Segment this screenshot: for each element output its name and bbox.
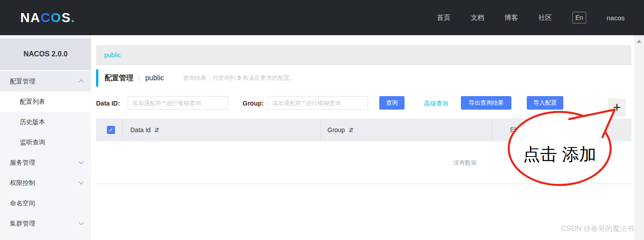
sidebar-item-listening-query[interactable]: 监听查询: [0, 132, 91, 152]
sidebar-version-title: NACOS 2.0.0: [0, 38, 91, 70]
sidebar-item-history-versions[interactable]: 历史版本: [0, 112, 91, 132]
column-divider: [122, 119, 123, 141]
empty-data-text: 没有数据: [453, 159, 477, 167]
vertical-scrollbar[interactable]: [634, 35, 644, 240]
column-label: Data Id: [130, 126, 151, 134]
column-divider: [320, 119, 321, 141]
sidebar-item-label: 集群管理: [10, 220, 35, 228]
sidebar-menu: 配置管理 配置列表 历史版本 监听查询 服务管理 权限控制 命名空间: [0, 71, 91, 234]
chevron-down-icon: [78, 159, 83, 164]
advanced-query-link[interactable]: 高级查询: [424, 100, 448, 108]
group-label: Group:: [243, 100, 264, 107]
navbar-links: 首页 文档 博客 社区 En nacos: [437, 0, 625, 35]
column-header-dataid[interactable]: Data Id ⇵: [130, 119, 159, 141]
result-count: 0: [238, 74, 241, 81]
page-heading: 配置管理 | public 查询结果：共查询到0条满足要求的配置。: [96, 69, 295, 88]
namespace-tab-bar: public: [96, 45, 631, 65]
column-label: Group: [327, 126, 345, 134]
watermark-text: CSDN @春哥的魔法书: [546, 224, 634, 234]
column-divider: [492, 119, 492, 141]
check-icon: ✓: [109, 127, 113, 133]
sidebar-item-config-management[interactable]: 配置管理: [0, 71, 91, 92]
sidebar-item-label: 权限控制: [10, 179, 35, 187]
sidebar-item-label: 监听查询: [20, 138, 45, 147]
chevron-down-icon: [78, 220, 83, 225]
sort-icon[interactable]: ⇵: [349, 127, 354, 134]
result-prefix: 查询结果：共查询到: [183, 74, 236, 81]
dataid-label: Data ID:: [96, 100, 120, 107]
sidebar-item-cluster-management[interactable]: 集群管理: [0, 213, 91, 234]
heading-namespace: public: [145, 74, 164, 82]
chevron-up-icon: [78, 79, 83, 84]
chevron-down-icon: [78, 179, 83, 184]
sidebar-item-label: 配置管理: [10, 78, 35, 86]
select-all-checkbox[interactable]: ✓: [107, 126, 115, 134]
sidebar-item-label: 服务管理: [10, 159, 35, 167]
logo-na: NA: [20, 10, 41, 25]
namespace-tab-public[interactable]: public: [104, 51, 121, 59]
sidebar-item-service-management[interactable]: 服务管理: [0, 152, 91, 173]
query-result-summary: 查询结果：共查询到0条满足要求的配置。: [183, 74, 295, 82]
sidebar-item-label: 配置列表: [20, 98, 45, 106]
sidebar-item-label: 命名空间: [10, 199, 35, 208]
nacos-logo[interactable]: NACOS.: [20, 0, 75, 35]
top-navbar: NACOS. 首页 文档 博客 社区 En nacos: [0, 0, 644, 35]
sidebar-item-label: 历史版本: [20, 118, 45, 126]
annotation-text: 点击 添加: [512, 143, 607, 166]
logo-co: CO: [41, 10, 62, 25]
heading-separator: |: [138, 74, 140, 82]
sidebar: NACOS 2.0.0 配置管理 配置列表 历史版本 监听查询 服务管理 权限控…: [0, 35, 91, 240]
nacos-console: NACOS. 首页 文档 博客 社区 En nacos NACOS 2.0.0 …: [0, 0, 644, 240]
heading-accent-bar: [96, 69, 98, 87]
sidebar-item-config-list[interactable]: 配置列表: [0, 92, 91, 112]
sidebar-item-namespace[interactable]: 命名空间: [0, 193, 91, 213]
sort-icon[interactable]: ⇵: [154, 127, 159, 134]
column-header-group[interactable]: Group ⇵: [327, 119, 354, 141]
scroll-up-arrow-icon[interactable]: [637, 40, 641, 43]
logo-s: S: [61, 10, 71, 25]
nav-link-home[interactable]: 首页: [437, 14, 451, 22]
nav-link-community[interactable]: 社区: [538, 14, 552, 22]
result-suffix: 条满足要求的配置。: [243, 74, 295, 81]
group-input[interactable]: [267, 96, 368, 110]
sidebar-item-permission-control[interactable]: 权限控制: [0, 173, 91, 193]
current-user[interactable]: nacos: [607, 14, 625, 22]
query-button[interactable]: 查询: [379, 96, 405, 110]
language-toggle-button[interactable]: En: [572, 12, 586, 23]
page-title: 配置管理: [105, 74, 133, 83]
logo-dot: .: [71, 10, 75, 25]
nav-link-docs[interactable]: 文档: [471, 14, 484, 22]
dataid-input[interactable]: [128, 96, 228, 110]
nav-link-blog[interactable]: 博客: [505, 14, 518, 22]
